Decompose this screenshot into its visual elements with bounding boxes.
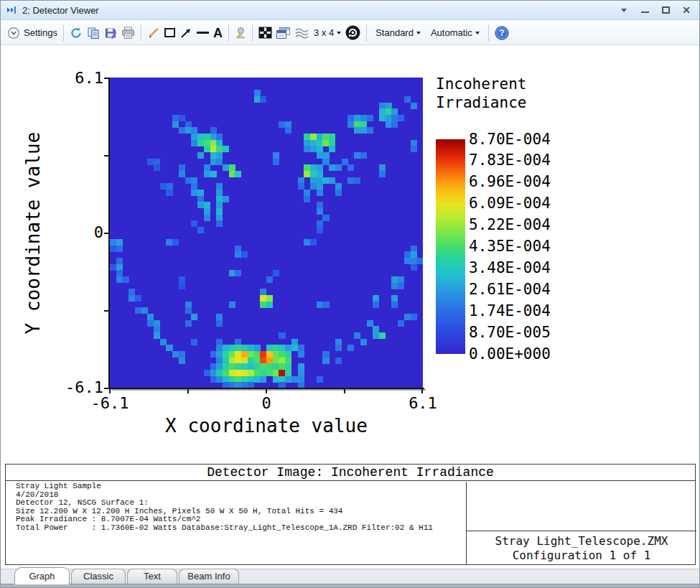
toolbar: Settings A xyxy=(1,21,699,45)
line-annotation-button[interactable] xyxy=(195,23,211,43)
x-axis-title: X coordinate value xyxy=(123,416,410,436)
toolbar-separator xyxy=(141,24,141,42)
colorbar-label: 8.70E-005 xyxy=(469,325,551,340)
colorbar-label: 6.09E-004 xyxy=(469,196,551,211)
text-icon: A xyxy=(213,27,223,39)
fit-window-button[interactable] xyxy=(256,23,274,43)
toolbar-separator xyxy=(252,24,253,42)
help-button[interactable]: ? xyxy=(493,23,511,43)
detector-info-panel: Detector Image: Incoherent Irradiance St… xyxy=(5,464,696,565)
window-title: 2: Detector Viewer xyxy=(22,5,99,16)
tab-text[interactable]: Text xyxy=(127,569,177,584)
rectangle-annotation-button[interactable] xyxy=(162,23,177,43)
pencil-annotation-button[interactable] xyxy=(145,23,162,43)
copy-button[interactable] xyxy=(85,23,102,43)
chevron-down-icon xyxy=(337,32,341,34)
svg-text:?: ? xyxy=(499,28,504,38)
fit-window-icon xyxy=(258,27,272,39)
x-tick-max: 6.1 xyxy=(383,396,462,411)
help-icon: ? xyxy=(495,26,509,40)
arrow-icon xyxy=(179,27,192,39)
colorbar-label: 4.35E-004 xyxy=(469,239,551,254)
print-button[interactable] xyxy=(119,23,137,43)
y-axis-title: Y coordinate value xyxy=(24,75,43,391)
legend-title: IncoherentIrradiance xyxy=(436,75,526,112)
chevron-down-icon xyxy=(475,32,480,34)
x-tick-min: -6.1 xyxy=(70,396,149,411)
tab-beam-info[interactable]: Beam Info xyxy=(179,569,239,584)
tab-graph[interactable]: Graph xyxy=(14,567,70,584)
minimize-button[interactable] xyxy=(639,4,650,16)
save-icon xyxy=(104,27,117,39)
rotate-icon xyxy=(345,25,360,40)
print-icon xyxy=(121,27,135,39)
toolbar-separator xyxy=(228,24,229,42)
toolbar-separator xyxy=(488,24,489,42)
file-name: Stray Light_Telescope.ZMX xyxy=(467,534,696,549)
toolbar-separator xyxy=(63,24,64,42)
colorbar xyxy=(436,139,465,354)
refresh-button[interactable] xyxy=(67,23,85,43)
automatic-dropdown[interactable]: Automatic xyxy=(426,23,485,43)
rotate-button[interactable] xyxy=(343,23,363,43)
y-tick-zero: 0 xyxy=(39,225,103,241)
standard-dropdown[interactable]: Standard xyxy=(370,23,426,43)
colorbar-label: 6.96E-004 xyxy=(469,174,551,190)
grid-layout-dropdown[interactable]: 3 x 4 xyxy=(312,23,343,43)
pencil-icon xyxy=(147,27,160,39)
layers-button[interactable] xyxy=(292,23,312,43)
dock-window-icon xyxy=(6,4,17,16)
detector-info-line: Stray Light Sample xyxy=(16,482,466,491)
text-annotation-button[interactable]: A xyxy=(211,23,225,43)
tabbar: Graph Classic Text Beam Info xyxy=(1,567,700,588)
lamp-icon xyxy=(235,27,246,39)
plot-region: 6.1 0 -6.1 -6.1 0 6.1 X coordinate value… xyxy=(1,45,699,567)
x-tick-zero: 0 xyxy=(227,396,306,411)
colorbar-label: 7.83E-004 xyxy=(469,153,551,168)
detector-caption: Detector Image: Incoherent Irradiance xyxy=(6,465,695,481)
chevron-down-icon xyxy=(416,32,421,34)
detector-viewer-window: 2: Detector Viewer ✕ Settings xyxy=(0,0,700,588)
save-button[interactable] xyxy=(102,23,119,43)
colorbar-label: 8.70E-004 xyxy=(469,132,551,147)
close-button[interactable]: ✕ xyxy=(681,4,692,16)
arrow-annotation-button[interactable] xyxy=(177,23,195,43)
refresh-icon xyxy=(70,27,83,39)
rectangle-icon xyxy=(164,28,175,37)
tab-classic[interactable]: Classic xyxy=(71,569,126,584)
colorbar-label: 2.61E-004 xyxy=(469,282,551,297)
file-info: Stray Light_Telescope.ZMX Configuration … xyxy=(467,531,696,564)
x-axis-shadow xyxy=(111,389,426,391)
settings-chevron-icon xyxy=(7,27,20,39)
colorbar-label: 1.74E-004 xyxy=(469,304,551,319)
lamp-button[interactable] xyxy=(233,23,248,43)
detector-info-line: Total Power : 1.7360E-02 Watts Database:… xyxy=(16,524,466,533)
layers-icon xyxy=(294,27,309,39)
cascade-windows-icon xyxy=(276,27,290,39)
colorbar-label: 0.00E+000 xyxy=(469,347,551,362)
colorbar-label: 5.22E-004 xyxy=(469,218,551,233)
window-menu-button[interactable] xyxy=(618,4,630,16)
y-tick-max: 6.1 xyxy=(39,70,103,86)
colorbar-label: 3.48E-004 xyxy=(469,261,551,276)
detector-info-text: Stray Light Sample4/20/2018Detector 12, … xyxy=(6,482,466,565)
y-axis-line xyxy=(108,78,110,389)
y-tick-min: -6.1 xyxy=(39,380,103,396)
titlebar: 2: Detector Viewer ✕ xyxy=(1,1,699,20)
line-icon xyxy=(197,32,209,34)
toolbar-separator xyxy=(366,24,367,42)
settings-button[interactable]: Settings xyxy=(5,23,60,43)
copy-icon xyxy=(87,27,100,39)
configuration-label: Configuration 1 of 1 xyxy=(467,549,696,563)
cascade-windows-button[interactable] xyxy=(274,23,292,43)
maximize-button[interactable] xyxy=(660,4,671,16)
detector-heatmap[interactable] xyxy=(110,78,423,388)
